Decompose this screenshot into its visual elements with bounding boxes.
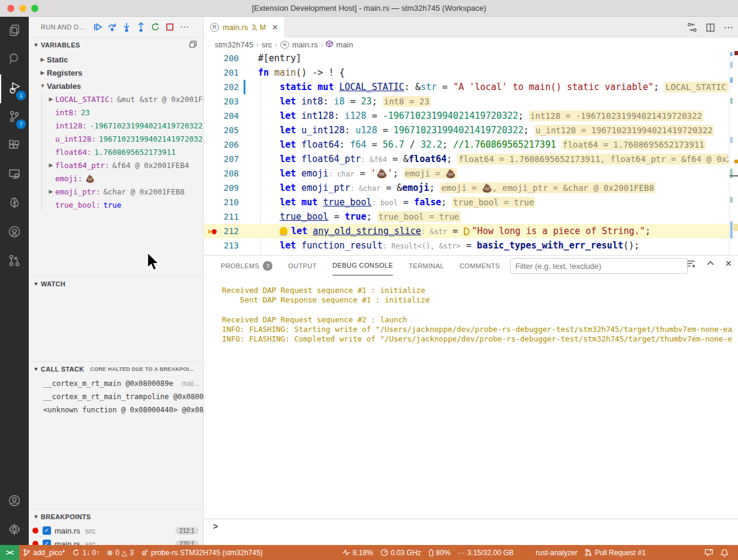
- variable-row-u_int128[interactable]: u_int128:196710231994021419720322: [42, 132, 203, 145]
- code-line-205[interactable]: 205 let u_int128: u128 = 196710231994021…: [204, 123, 738, 137]
- sidebar-item-remote-explorer[interactable]: [0, 161, 29, 190]
- line-number[interactable]: 208: [204, 166, 239, 181]
- step-out-button[interactable]: [134, 20, 148, 34]
- code-line-211[interactable]: 211 true_bool = true; true_bool = true: [204, 209, 738, 224]
- variables-section-header[interactable]: ▼ VARIABLES: [29, 37, 203, 52]
- debug-target-item[interactable]: probe-rs STM32H745 (stm32h745): [137, 545, 266, 560]
- line-number[interactable]: 200: [204, 51, 239, 65]
- variables-group-variables[interactable]: ▼Variables: [29, 79, 203, 92]
- line-number[interactable]: 207: [204, 152, 239, 166]
- sidebar-item-github[interactable]: [0, 218, 29, 247]
- problems-item[interactable]: ⊗ 0 △ 3: [103, 545, 137, 560]
- cpu-frequency-item[interactable]: 0.03 GHz: [377, 545, 425, 560]
- breakpoint-row[interactable]: ✓main.rssrc212:1: [29, 524, 203, 537]
- line-number[interactable]: 209: [204, 181, 239, 195]
- filter-input[interactable]: [511, 259, 687, 273]
- more-actions-icon[interactable]: ⋯: [724, 22, 733, 33]
- close-icon[interactable]: ✕: [272, 23, 278, 32]
- git-sync-item[interactable]: 1↓ 0↑: [68, 545, 103, 560]
- debug-console-output[interactable]: Received DAP Request sequence #1 : initi…: [222, 286, 732, 344]
- line-number[interactable]: 210: [204, 195, 239, 209]
- feedback-item[interactable]: [701, 545, 717, 560]
- breakpoint-checkbox[interactable]: ✓: [43, 540, 51, 545]
- sidebar-item-testing[interactable]: [0, 190, 29, 218]
- breakpoints-section-header[interactable]: ▼ BREAKPOINTS: [29, 509, 203, 523]
- call-stack-frame[interactable]: __cortex_m_rt_main @0x0800089emai...: [29, 377, 203, 390]
- call-stack-frame[interactable]: <unknown function @ 0x08000440> @0x08000: [29, 403, 203, 417]
- line-number[interactable]: 202: [204, 80, 239, 94]
- open-changes-icon[interactable]: [687, 22, 697, 32]
- breadcrumb-file[interactable]: main.rs: [292, 40, 318, 49]
- breakpoint-row[interactable]: ✓main.rssrc270:1: [29, 537, 203, 545]
- split-editor-icon[interactable]: [706, 23, 715, 32]
- code-editor[interactable]: 200#[entry]201fn main() -> ! {202 static…: [204, 51, 738, 255]
- code-line-209[interactable]: 209 let emoji_ptr: &char = &emoji; emoji…: [204, 181, 738, 195]
- code-line-204[interactable]: 204 let int128: i128 = -1967102319940214…: [204, 109, 738, 123]
- battery-item[interactable]: 80%: [425, 545, 454, 560]
- more-actions-button[interactable]: ⋯: [177, 20, 191, 34]
- tab-comments[interactable]: COMMENTS: [460, 256, 500, 275]
- line-number[interactable]: 206: [204, 137, 239, 152]
- code-line-200[interactable]: 200#[entry]: [204, 51, 738, 65]
- continue-button[interactable]: [91, 20, 105, 34]
- step-into-button[interactable]: [119, 20, 134, 34]
- code-line-206[interactable]: 206 let float64: f64 = 56.7 / 32.2; //1.…: [204, 137, 738, 152]
- line-number[interactable]: 204: [204, 109, 239, 123]
- sidebar-item-source-control[interactable]: 7: [0, 103, 29, 132]
- filter-icon[interactable]: [686, 259, 696, 268]
- maximize-panel-icon[interactable]: [706, 259, 715, 268]
- code-line-202[interactable]: 202 static mut LOCAL_STATIC: &str = "A '…: [204, 80, 738, 94]
- variables-group-registers[interactable]: ▶Registers: [29, 66, 203, 79]
- step-over-button[interactable]: [105, 20, 119, 34]
- panes-icon[interactable]: [189, 40, 197, 50]
- variable-row-true_bool[interactable]: true_bool:true: [42, 198, 203, 211]
- rust-analyzer-item[interactable]: rust-analyzer: [532, 545, 581, 560]
- sidebar-item-extensions[interactable]: [0, 132, 29, 161]
- line-number[interactable]: 205: [204, 123, 239, 137]
- memory-item[interactable]: ··· 3.15/32.00 GB: [454, 545, 517, 560]
- line-number[interactable]: 213: [204, 238, 239, 253]
- stop-button[interactable]: [163, 20, 177, 34]
- debug-console-input-row[interactable]: >: [204, 519, 738, 534]
- remote-indicator[interactable]: ><: [0, 545, 19, 560]
- breadcrumb-symbol[interactable]: main: [336, 40, 353, 49]
- pull-request-item[interactable]: Pull Request #1: [581, 545, 649, 560]
- overview-ruler[interactable]: [729, 51, 738, 255]
- breadcrumb-folder[interactable]: src: [262, 40, 272, 49]
- tab-terminal[interactable]: TERMINAL: [409, 256, 444, 275]
- tab-output[interactable]: OUTPUT: [288, 256, 317, 275]
- variable-row-int8[interactable]: int8:23: [42, 106, 203, 119]
- sidebar-item-search[interactable]: [0, 46, 29, 74]
- code-line-201[interactable]: 201fn main() -> ! {: [204, 65, 738, 80]
- code-line-207[interactable]: 207 let float64_ptr: &f64 = &float64; fl…: [204, 152, 738, 166]
- variable-row-float64_ptr[interactable]: ▶float64_ptr:&f64 @ 0x2001FEB4: [42, 158, 203, 172]
- git-branch-item[interactable]: add_pico*: [19, 545, 68, 560]
- restart-button[interactable]: [148, 20, 163, 34]
- variable-row-float64[interactable]: float64:1.7608695652173911: [42, 145, 203, 158]
- variable-row-emoji_ptr[interactable]: ▶emoji_ptr:&char @ 0x2001FEB8: [42, 185, 203, 198]
- notifications-item[interactable]: [717, 545, 732, 560]
- tab-main-rs[interactable]: R main.rs 3, M ✕: [204, 17, 285, 38]
- code-line-210[interactable]: 210 let mut true_bool: bool = false; tru…: [204, 195, 738, 209]
- line-number[interactable]: 203: [204, 94, 239, 109]
- lightbulb-icon[interactable]: [280, 227, 287, 235]
- code-line-213[interactable]: 213 let function_result: Result<(), &str…: [204, 238, 738, 253]
- call-stack-section-header[interactable]: ▼ CALL STACK CORE HALTED DUE TO A BREAKP…: [29, 361, 203, 376]
- code-line-212[interactable]: 212 let any_old_string_slice: &str = "Ho…: [204, 224, 738, 238]
- breakpoint-checkbox[interactable]: ✓: [43, 526, 51, 535]
- variable-row-int128[interactable]: int128:-196710231994021419720322: [42, 119, 203, 132]
- code-line-203[interactable]: 203 let int8: i8 = 23; int8 = 23: [204, 94, 738, 109]
- cpu-usage-item[interactable]: 8.18%: [338, 545, 377, 560]
- tab-debug-console[interactable]: DEBUG CONSOLE: [332, 256, 393, 275]
- settings-button[interactable]: [0, 516, 29, 545]
- sidebar-item-pull-requests[interactable]: [0, 247, 29, 276]
- close-panel-icon[interactable]: ✕: [725, 259, 732, 268]
- sidebar-item-explorer[interactable]: [0, 17, 29, 46]
- accounts-button[interactable]: [0, 487, 29, 516]
- tab-problems[interactable]: PROBLEMS3: [221, 256, 272, 275]
- variables-group-static[interactable]: ▶Static: [29, 53, 203, 66]
- variable-row-LOCAL_STATIC[interactable]: ▶LOCAL_STATIC:&mut &str @ 0x2001FE78: [42, 92, 203, 106]
- call-stack-frame[interactable]: __cortex_m_rt_main_trampoline @0x0800081: [29, 390, 203, 403]
- line-number[interactable]: 211: [204, 209, 239, 224]
- line-number[interactable]: 201: [204, 65, 239, 80]
